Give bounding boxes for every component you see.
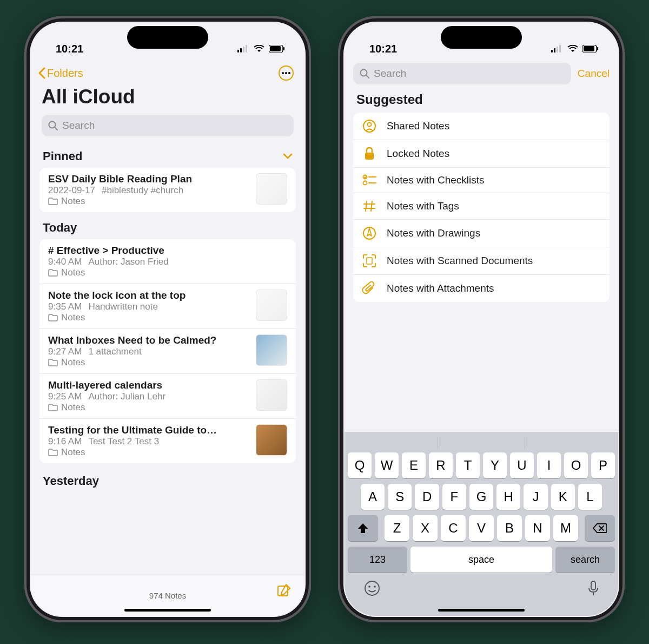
dynamic-island: [441, 26, 522, 49]
suggestion-label: Shared Notes: [387, 120, 449, 132]
keyboard-footer: [348, 573, 615, 610]
note-row[interactable]: Multi-layered calendars 9:25 AMAuthor: J…: [39, 374, 296, 419]
key-w[interactable]: W: [375, 452, 399, 478]
svg-rect-15: [557, 47, 558, 52]
note-row[interactable]: Note the lock icon at the top 9:35 AMHan…: [39, 284, 296, 329]
note-folder: Notes: [48, 402, 251, 413]
key-l[interactable]: L: [578, 484, 602, 510]
svg-rect-30: [367, 258, 372, 264]
note-title: Testing for the Ultimate Guide to…: [48, 424, 251, 436]
svg-rect-16: [559, 45, 561, 52]
svg-point-31: [365, 581, 379, 595]
key-c[interactable]: C: [441, 515, 466, 541]
dictation-key[interactable]: [588, 580, 599, 596]
drawing-icon: [362, 226, 377, 240]
keyboard[interactable]: QWERTYUIOP ASDFGHJKL ZXCVBNM 123 space: [345, 432, 618, 616]
key-h[interactable]: H: [496, 484, 520, 510]
key-a[interactable]: A: [361, 484, 385, 510]
chevron-left-icon: [37, 67, 46, 79]
suggestion-row[interactable]: Shared Notes: [353, 113, 610, 140]
note-row[interactable]: ESV Daily Bible Reading Plan 2022-09-17#…: [39, 168, 296, 212]
note-meta: 9:27 AM1 attachment: [48, 346, 251, 357]
shift-key[interactable]: [348, 515, 378, 541]
home-indicator[interactable]: [124, 609, 211, 612]
key-k[interactable]: K: [551, 484, 575, 510]
status-time: 10:21: [56, 43, 83, 55]
note-row[interactable]: What Inboxes Need to be Calmed? 9:27 AM1…: [39, 329, 296, 374]
emoji-key[interactable]: [364, 580, 380, 596]
note-meta: 9:40 AMAuthor: Jason Fried: [48, 257, 287, 267]
notes-count: 974 Notes: [149, 591, 186, 600]
wifi-icon: [567, 45, 578, 52]
key-i[interactable]: I: [537, 452, 561, 478]
key-z[interactable]: Z: [385, 515, 409, 541]
svg-rect-0: [237, 50, 239, 52]
key-t[interactable]: T: [456, 452, 480, 478]
content-left: Folders All iCloud Search Pinned ESV Dai…: [31, 60, 304, 616]
compose-button[interactable]: [276, 583, 292, 598]
more-button[interactable]: [279, 65, 294, 81]
key-x[interactable]: X: [413, 515, 438, 541]
search-input[interactable]: Search: [42, 115, 294, 136]
note-title: Multi-layered calendars: [48, 379, 251, 391]
status-time: 10:21: [369, 43, 397, 55]
key-e[interactable]: E: [402, 452, 426, 478]
keyboard-predictions[interactable]: [348, 437, 615, 452]
search-input[interactable]: Search: [353, 63, 571, 84]
search-icon: [48, 121, 58, 130]
suggestion-label: Notes with Attachments: [387, 282, 494, 294]
keyboard-row-bottom: 123 space search: [348, 547, 615, 573]
key-o[interactable]: O: [564, 452, 588, 478]
numbers-key[interactable]: 123: [348, 547, 407, 573]
space-key[interactable]: space: [410, 547, 552, 573]
svg-point-7: [282, 72, 284, 74]
key-f[interactable]: F: [442, 484, 466, 510]
pinned-label: Pinned: [43, 149, 82, 163]
suggestion-row[interactable]: Notes with Tags: [353, 193, 610, 220]
suggestion-label: Notes with Checklists: [387, 174, 485, 186]
key-u[interactable]: U: [510, 452, 534, 478]
key-q[interactable]: Q: [348, 452, 372, 478]
cancel-button[interactable]: Cancel: [578, 68, 610, 80]
search-key[interactable]: search: [555, 547, 615, 573]
suggestion-row[interactable]: Notes with Scanned Documents: [353, 247, 610, 275]
mic-icon: [588, 580, 599, 596]
key-p[interactable]: P: [591, 452, 615, 478]
hash-icon: [362, 200, 377, 213]
suggestion-label: Notes with Scanned Documents: [387, 255, 533, 267]
key-g[interactable]: G: [469, 484, 493, 510]
svg-rect-3: [246, 45, 247, 52]
note-row[interactable]: # Effective > Productive 9:40 AMAuthor: …: [39, 239, 296, 284]
key-j[interactable]: J: [524, 484, 547, 510]
emoji-icon: [364, 580, 380, 596]
key-d[interactable]: D: [415, 484, 439, 510]
note-row[interactable]: Testing for the Ultimate Guide to… 9:16 …: [39, 419, 296, 463]
suggestion-row[interactable]: Notes with Checklists: [353, 168, 610, 193]
suggestion-row[interactable]: Locked Notes: [353, 140, 610, 168]
search-icon: [360, 69, 369, 78]
key-r[interactable]: R: [429, 452, 453, 478]
back-button[interactable]: Folders: [37, 67, 83, 80]
key-m[interactable]: M: [553, 515, 578, 541]
home-indicator[interactable]: [438, 609, 525, 612]
svg-point-23: [368, 123, 372, 127]
svg-rect-14: [554, 48, 555, 52]
battery-icon: [269, 45, 285, 52]
shift-icon: [357, 522, 369, 534]
key-y[interactable]: Y: [483, 452, 507, 478]
suggestion-row[interactable]: Notes with Drawings: [353, 220, 610, 247]
key-s[interactable]: S: [388, 484, 412, 510]
suggested-list: Shared Notes Locked Notes Notes with Che…: [353, 113, 610, 302]
key-v[interactable]: V: [469, 515, 494, 541]
search-placeholder: Search: [374, 68, 406, 80]
key-n[interactable]: N: [525, 515, 550, 541]
status-icons: [551, 45, 599, 52]
pinned-list: ESV Daily Bible Reading Plan 2022-09-17#…: [39, 168, 296, 212]
backspace-key[interactable]: [585, 515, 615, 541]
backspace-icon: [593, 523, 607, 534]
section-pinned-header[interactable]: Pinned: [31, 141, 304, 168]
key-b[interactable]: B: [497, 515, 522, 541]
svg-rect-1: [240, 48, 242, 52]
suggestion-row[interactable]: Notes with Attachments: [353, 275, 610, 302]
svg-point-32: [368, 586, 370, 588]
